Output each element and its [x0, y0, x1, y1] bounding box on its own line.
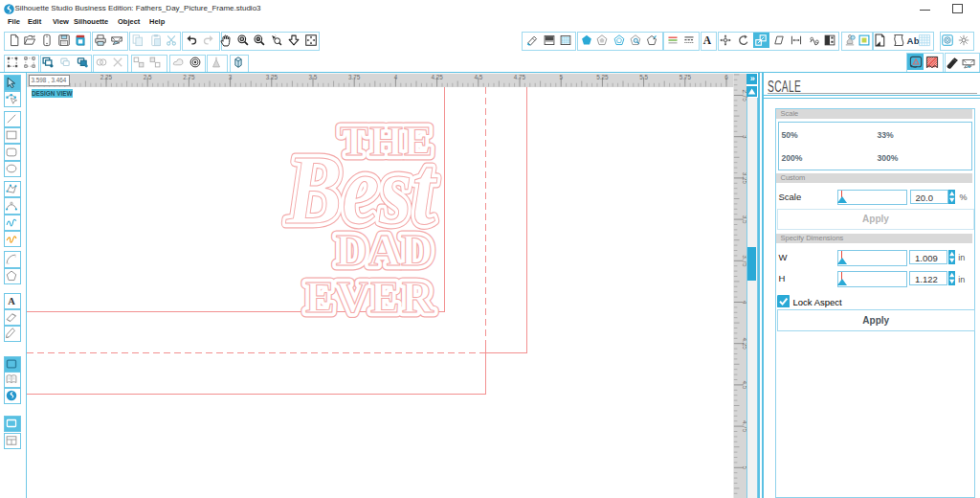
svg-text:DAD: DAD — [336, 226, 434, 275]
svg-text:EVER: EVER — [305, 273, 435, 322]
